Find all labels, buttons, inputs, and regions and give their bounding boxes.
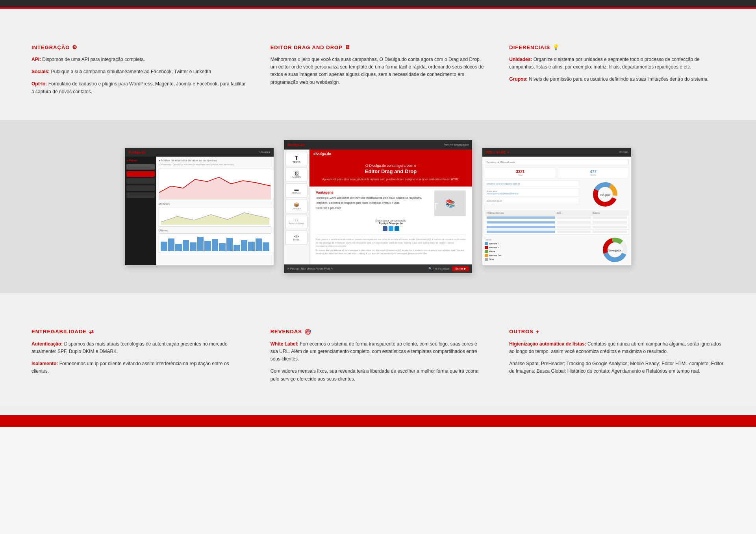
stat-val-2: 477	[560, 170, 627, 174]
grupos-label: Grupos:	[509, 76, 528, 82]
cell-2-2	[557, 221, 591, 224]
social-icons	[316, 226, 466, 231]
feature-outros-title: OUTROS +	[509, 329, 724, 335]
optin-text: Formulário de cadastro e plugins para Wo…	[32, 81, 246, 94]
cell-3-2	[557, 226, 591, 228]
screenshot-analytics: IRELI NAME ▾ Evento Relatório de Ofertas…	[482, 148, 632, 266]
legend-color-4	[485, 254, 488, 257]
left-nav-3	[126, 178, 155, 184]
revendas-label: REVENDAS	[271, 329, 302, 334]
feature-integracao: INTEGRAÇÃO ⚙ API: Dispomos de uma API pa…	[32, 44, 247, 100]
feature-entregabilidade-title: ENTREGABILIDADE ⇄	[32, 329, 247, 335]
sociais-label: Sociais:	[32, 69, 50, 74]
legend-text-4: Windows One	[489, 254, 501, 257]
editor-bottom-bar: ✕ Fechar :: Não checos Folder Phat ✎ 🔍 P…	[284, 264, 472, 273]
tool-button: ▬BOTÃO	[285, 183, 308, 198]
left-melhores-label: Melhores	[159, 203, 271, 205]
diferenciais-text: Unidades: Organize o sistema por unidade…	[509, 56, 724, 83]
email-body: Vantagens Tecnologia: 100% compatível co…	[309, 187, 472, 264]
stat-box-2: 477 10.4%	[558, 168, 629, 178]
feature-entregabilidade: ENTREGABILIDADE ⇄ Autenticação: Dispomos…	[32, 329, 247, 388]
bar-6	[197, 237, 204, 251]
right-bottom-row: Grupos: Windows 7 Windows 8 iPhone Windo…	[485, 236, 629, 264]
legend-color-3	[485, 250, 488, 253]
right-info-row: emailname@emailname.com.br Enviar para: …	[485, 181, 629, 208]
email-image-placeholder: 📚	[434, 190, 466, 216]
vantagem-3: Fatos: pré e pós envio	[316, 206, 431, 210]
left-panel-label: ● Painel	[126, 159, 155, 162]
grupos-text: Níveis de permissão para os usuários def…	[529, 76, 708, 82]
editor-icon: 🖥	[345, 44, 351, 50]
bottom-red-bar	[0, 415, 756, 427]
whitelabel-text: Fornecemos o sistema de forma transparen…	[271, 341, 477, 362]
bar-13	[248, 242, 255, 251]
feature-revendas: REVENDAS 🎯 White Label: Fornecemos o sis…	[271, 329, 486, 388]
fb-icon	[383, 226, 387, 231]
feature-outros: OUTROS + Higienização automática de list…	[509, 329, 724, 388]
entregabilidade-text: Autenticação: Dispomos das mais atuais t…	[32, 340, 247, 375]
legend-3: iPhone	[485, 250, 599, 253]
grupos-info: Grupos: Windows 7 Windows 8 iPhone Windo…	[485, 238, 599, 261]
right-info-left: emailname@emailname.com.br Enviar para: …	[485, 181, 579, 208]
feature-diferenciais-title: DIFERENCIAIS 💡	[509, 44, 724, 50]
vantagens-title: Vantagens	[316, 190, 431, 194]
left-topbar-text: Usuário▾	[259, 151, 271, 154]
bar-7	[204, 241, 211, 251]
tools-panel: TTEXTO 🖼IMAGEM ▬BOTÃO 📦DIVIDER ⋮⋮REDES S…	[284, 150, 309, 264]
save-btn[interactable]: Salvar ▶	[452, 266, 469, 271]
center-nav: Ver no navegador	[444, 143, 469, 146]
tool-html: </>HTML	[285, 231, 308, 245]
email-footer-text: Grátis para comprovação Equipe Divulga.d…	[316, 219, 466, 231]
left-nav-4	[126, 185, 155, 191]
cell-1-3	[593, 216, 627, 219]
legal-text: Para garantir o recebimento de todas as …	[316, 238, 466, 248]
todos-cheques: :: Não checos	[299, 267, 316, 270]
left-area-svg	[161, 209, 269, 225]
email-header-line1: O Divulga.do conta agora com o	[316, 164, 466, 168]
right-stats: 3321 Total 477 10.4%	[485, 168, 629, 178]
api-text: Dispomos de uma API para integração comp…	[42, 57, 145, 62]
contact-row-3: 26/02/2015 11:02	[485, 198, 579, 204]
bar-12	[241, 240, 248, 251]
right-topbar-text: Evento	[619, 151, 628, 153]
tw-icon	[389, 226, 393, 231]
legend-text-1: Windows 7	[489, 242, 498, 245]
tool-text: TTEXTO	[285, 152, 308, 166]
diferenciais-label: DIFERENCIAIS	[509, 44, 550, 50]
left-nav-5	[126, 192, 155, 198]
valores-text: Com valores mensais fixos, sua revenda t…	[271, 368, 479, 381]
tool-image: 🖼IMAGEM	[285, 168, 308, 182]
api-label: API:	[32, 57, 41, 62]
legend-1: Windows 7	[485, 242, 599, 245]
legal-text-en: To ensure that you receive all our messa…	[316, 249, 466, 255]
autenticacao-label: Autenticação:	[32, 341, 63, 347]
isolamento-text: Fornecemos um ip por cliente evitando as…	[32, 361, 229, 374]
feature-editor: EDITOR DRAG AND DROP 🖥 Melhoramos o jeit…	[271, 44, 486, 100]
date-label: 26/02/2015 11:02	[487, 200, 577, 202]
optin-label: Opt-In:	[32, 81, 47, 87]
legend-text-5: Other	[489, 258, 494, 261]
diferenciais-icon: 💡	[552, 44, 560, 50]
feature-revendas-title: REVENDAS 🎯	[271, 329, 486, 335]
editor-text: Melhoramos o jeito que você cria suas ca…	[271, 56, 486, 86]
col-date: Zona	[557, 212, 591, 214]
right-tab-row: Relatório de Ofertas/Leads	[485, 159, 629, 165]
feature-diferenciais: DIFERENCIAIS 💡 Unidades: Organize o sist…	[509, 44, 724, 100]
integracao-text: API: Dispomos de uma API para integração…	[32, 56, 247, 96]
email-brand: divulga.do	[313, 152, 331, 156]
bar-2	[168, 238, 175, 251]
footer-line2: Equipe Divulga.do	[316, 222, 466, 225]
cell-1-1	[487, 216, 555, 219]
cell-4-1	[487, 231, 555, 233]
preview-link[interactable]: 🔍 Pré-Visualizar	[428, 267, 450, 270]
bar-15	[263, 242, 269, 251]
email-logo-bar: divulga.do	[309, 150, 472, 158]
right-actions: 🔍 Pré-Visualizar Salvar ▶	[428, 266, 469, 271]
placeholder-img: 📚	[434, 190, 466, 216]
editor-paragraph: Melhoramos o jeito que você cria suas ca…	[271, 56, 486, 86]
whitelabel-label: White Label:	[271, 341, 298, 347]
outros-icon: +	[536, 329, 539, 335]
feature-integracao-title: INTEGRAÇÃO ⚙	[32, 44, 247, 50]
table-header: # Últimas Aberturas Zona Sistema	[485, 211, 628, 216]
close-btn[interactable]: ✕ Fechar	[287, 267, 299, 270]
